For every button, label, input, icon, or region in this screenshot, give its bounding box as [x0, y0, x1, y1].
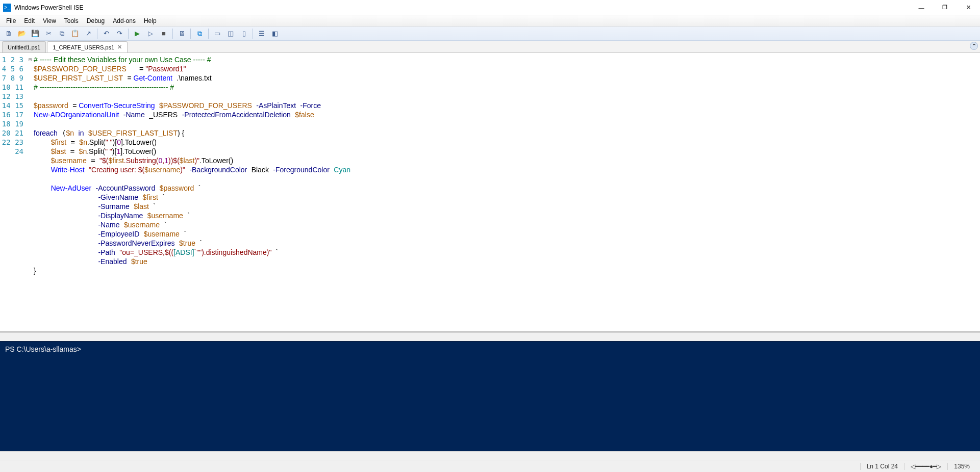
run-selection-icon[interactable]: ▷ [145, 28, 156, 39]
fold-gutter[interactable]: ⊟ [29, 53, 34, 331]
menu-file[interactable]: File [2, 16, 20, 25]
menubar: FileEditViewToolsDebugAdd-onsHelp [0, 15, 980, 27]
tab-0[interactable]: Untitled1.ps1 [2, 41, 46, 53]
titlebar: >_ Windows PowerShell ISE — ❐ ✕ [0, 0, 980, 15]
console-prompt: PS C:\Users\a-sllamas> [5, 345, 83, 353]
undo-icon[interactable]: ↶ [100, 28, 112, 39]
editor-pane[interactable]: 1 2 3 4 5 6 7 8 9 10 11 12 13 14 15 16 1… [0, 53, 980, 332]
open-file-icon[interactable]: 📂 [16, 28, 28, 39]
tab-label: 1_CREATE_USERS.ps1 [53, 44, 114, 50]
window-controls: — ❐ ✕ [910, 0, 980, 15]
line-number-gutter: 1 2 3 4 5 6 7 8 9 10 11 12 13 14 15 16 1… [0, 53, 29, 331]
tab-close-icon[interactable]: ✕ [117, 44, 122, 50]
code-area[interactable]: # ----- Edit these Variables for your ow… [34, 53, 980, 331]
menu-edit[interactable]: Edit [20, 16, 39, 25]
copy-icon[interactable]: ⧉ [56, 28, 67, 39]
stop-icon[interactable]: ■ [158, 28, 169, 39]
console-pane[interactable]: PS C:\Users\a-sllamas> [0, 341, 980, 451]
powershell-icon[interactable]: ⧉ [194, 28, 205, 39]
maximize-button[interactable]: ❐ [933, 0, 957, 15]
show-addon-icon[interactable]: ◧ [269, 28, 281, 39]
run-script-icon[interactable]: ▶ [132, 28, 143, 39]
menu-debug[interactable]: Debug [83, 16, 109, 25]
new-file-icon[interactable]: 🗎 [3, 28, 14, 39]
menu-tools[interactable]: Tools [60, 16, 83, 25]
console-horizontal-scrollbar[interactable] [0, 451, 980, 460]
minimize-button[interactable]: — [910, 0, 933, 15]
tab-1[interactable]: 1_CREATE_USERS.ps1✕ [47, 41, 128, 53]
status-position: Ln 1 Col 24 [860, 463, 904, 470]
tab-label: Untitled1.ps1 [8, 44, 40, 50]
toolbar: 🗎📂💾✂⧉📋↗↶↷▶▷■🖥⧉▭◫▯☰◧ [0, 27, 980, 41]
save-icon[interactable]: 💾 [30, 28, 41, 39]
paste-icon[interactable]: 📋 [69, 28, 81, 39]
redo-icon[interactable]: ↷ [114, 28, 125, 39]
close-button[interactable]: ✕ [957, 0, 980, 15]
menu-add-ons[interactable]: Add-ons [109, 16, 140, 25]
remote-icon[interactable]: 🖥 [176, 28, 187, 39]
clear-icon[interactable]: ↗ [83, 28, 94, 39]
status-zoom: 135% [947, 463, 976, 470]
scroll-up-icon[interactable]: ⌃ [970, 42, 978, 50]
show-script-max-icon[interactable]: ▯ [238, 28, 249, 39]
menu-help[interactable]: Help [140, 16, 161, 25]
menu-view[interactable]: View [39, 16, 60, 25]
editor-horizontal-scrollbar[interactable] [0, 332, 980, 341]
statusbar: Ln 1 Col 24 ◁━━━━●━▷ 135% [0, 460, 980, 472]
show-command-icon[interactable]: ☰ [256, 28, 267, 39]
show-script-right-icon[interactable]: ◫ [225, 28, 236, 39]
window-title: Windows PowerShell ISE [14, 4, 83, 11]
show-script-top-icon[interactable]: ▭ [212, 28, 223, 39]
status-slider-placeholder[interactable]: ◁━━━━●━▷ [904, 463, 947, 470]
cut-icon[interactable]: ✂ [43, 28, 54, 39]
app-icon: >_ [3, 4, 11, 12]
tabstrip: Untitled1.ps11_CREATE_USERS.ps1✕⌃ [0, 41, 980, 53]
